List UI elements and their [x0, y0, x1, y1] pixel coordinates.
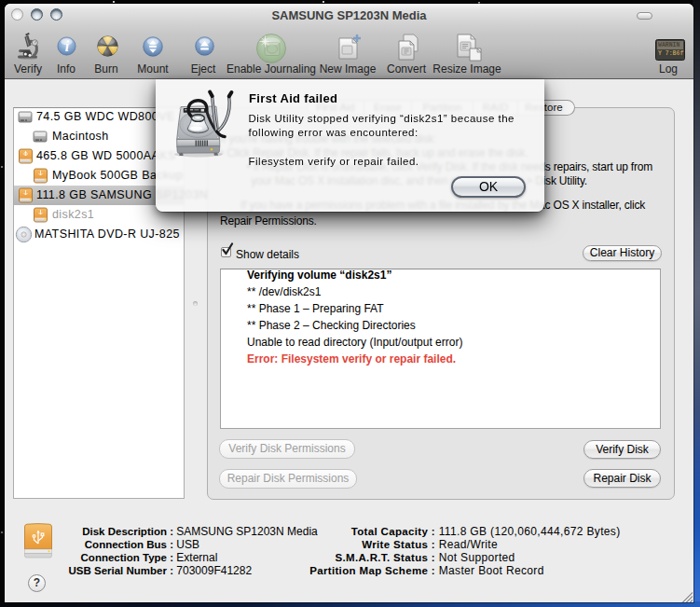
svg-text:WARNIN: WARNIN [658, 42, 680, 48]
svg-text:i: i [64, 38, 69, 54]
svg-text:Y 7:B6f: Y 7:B6f [658, 50, 683, 57]
